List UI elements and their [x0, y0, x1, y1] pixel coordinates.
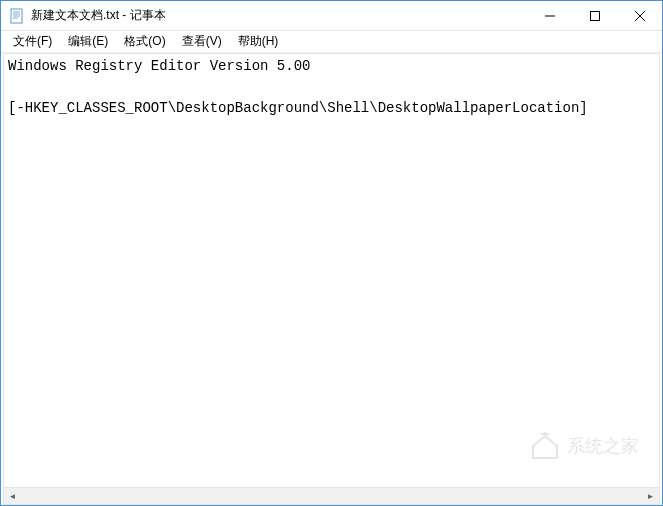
menu-view[interactable]: 查看(V) [174, 31, 230, 52]
minimize-button[interactable] [527, 1, 572, 30]
menu-edit[interactable]: 编辑(E) [60, 31, 116, 52]
maximize-button[interactable] [572, 1, 617, 30]
horizontal-scrollbar[interactable]: ◄ ► [3, 488, 660, 505]
menu-file[interactable]: 文件(F) [5, 31, 60, 52]
titlebar: 新建文本文档.txt - 记事本 [1, 1, 662, 31]
scroll-right-arrow-icon[interactable]: ► [642, 488, 659, 505]
notepad-icon [9, 8, 25, 24]
scroll-left-arrow-icon[interactable]: ◄ [4, 488, 21, 505]
menu-help[interactable]: 帮助(H) [230, 31, 287, 52]
close-button[interactable] [617, 1, 662, 30]
text-editor[interactable] [4, 54, 659, 487]
content-area: 系统之家 [3, 53, 660, 488]
svg-rect-6 [590, 11, 599, 20]
scroll-track[interactable] [21, 488, 642, 504]
menubar: 文件(F) 编辑(E) 格式(O) 查看(V) 帮助(H) [1, 31, 662, 53]
window-title: 新建文本文档.txt - 记事本 [31, 7, 527, 24]
menu-format[interactable]: 格式(O) [116, 31, 173, 52]
window-controls [527, 1, 662, 30]
